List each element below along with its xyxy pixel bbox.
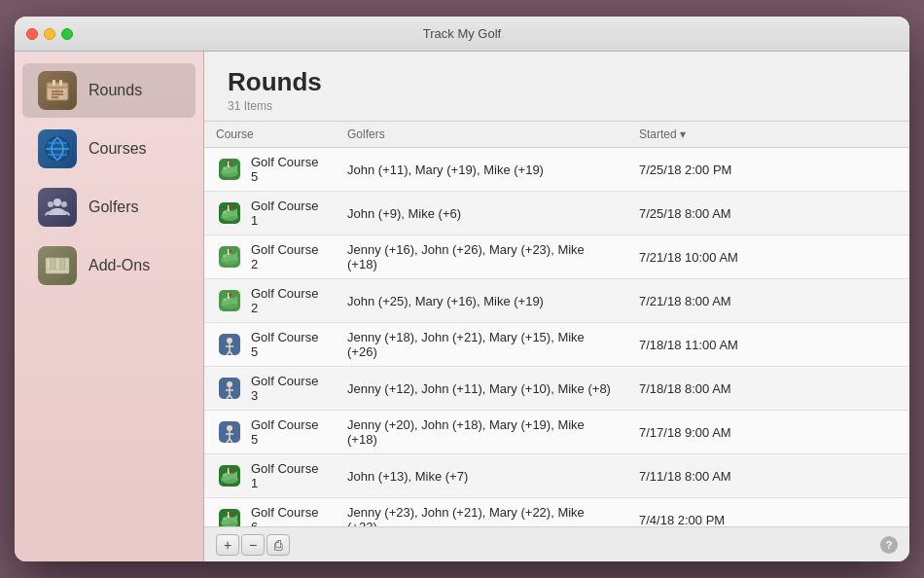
table-row[interactable]: Golf Course 5 John (+11), Mary (+19), Mi… (204, 148, 909, 192)
extra-cell (783, 498, 909, 527)
extra-cell (783, 367, 909, 411)
sidebar-label-courses: Courses (89, 140, 147, 158)
course-thumbnail (216, 375, 243, 402)
course-thumbnail (216, 418, 243, 446)
svg-point-63 (223, 474, 227, 477)
svg-rect-31 (228, 205, 230, 211)
golfers-cell: John (+25), Mary (+16), Mike (+19) (336, 279, 627, 323)
table-row[interactable]: Golf Course 6 Jenny (+23), John (+21), M… (204, 498, 909, 527)
svg-point-40 (223, 299, 227, 302)
close-button[interactable] (26, 28, 38, 40)
table-row[interactable]: Golf Course 2 John (+25), Mary (+16), Mi… (204, 279, 909, 323)
course-name: Golf Course 1 (251, 199, 324, 228)
golfers-cell: John (+11), Mary (+19), Mike (+19) (336, 148, 627, 192)
started-cell: 7/21/18 8:00 AM (627, 279, 783, 323)
col-header-golfers[interactable]: Golfers (336, 122, 627, 148)
add-button[interactable]: + (216, 534, 239, 556)
sidebar-item-courses[interactable]: Courses (22, 122, 195, 176)
started-cell: 7/25/18 2:00 PM (627, 148, 783, 192)
content-header: Rounds 31 Items (204, 52, 909, 122)
share-button[interactable]: ⎙ (267, 534, 290, 556)
svg-point-68 (223, 518, 227, 521)
courses-icon (38, 129, 77, 168)
sidebar-item-addons[interactable]: Add-Ons (22, 238, 195, 293)
help-button[interactable]: ? (880, 536, 898, 554)
sidebar-item-golfers[interactable]: Golfers (22, 180, 195, 235)
started-cell: 7/18/18 11:00 AM (627, 323, 783, 367)
sidebar-label-addons: Add-Ons (89, 257, 150, 274)
started-cell: 7/21/18 10:00 AM (627, 235, 783, 279)
sidebar-label-rounds: Rounds (89, 82, 142, 99)
svg-point-50 (227, 381, 232, 387)
rounds-icon (38, 71, 77, 110)
course-cell: Golf Course 3 (204, 367, 336, 411)
content-area: Rounds 31 Items Course Golfers Started ▾ (204, 52, 909, 561)
col-header-course[interactable]: Course (204, 122, 336, 148)
page-title: Rounds (228, 67, 886, 97)
golfers-cell: Jenny (+18), John (+21), Mary (+15), Mik… (336, 323, 627, 367)
footer-buttons: + − ⎙ (216, 534, 290, 556)
started-cell: 7/18/18 8:00 AM (627, 367, 783, 411)
minimize-button[interactable] (44, 28, 55, 40)
course-thumbnail (216, 287, 243, 314)
svg-point-25 (223, 167, 227, 170)
table-row[interactable]: Golf Course 1 John (+9), Mike (+6) 7/25/… (204, 192, 909, 235)
golfers-cell: Jenny (+12), John (+11), Mary (+10), Mik… (336, 367, 627, 411)
svg-point-44 (227, 338, 232, 343)
svg-rect-26 (228, 162, 230, 167)
sidebar-label-golfers: Golfers (89, 199, 139, 216)
course-thumbnail (216, 462, 243, 489)
sidebar: Rounds Courses (15, 52, 204, 561)
svg-point-35 (223, 255, 227, 258)
golfers-cell: Jenny (+23), John (+21), Mary (+22), Mik… (336, 498, 627, 527)
svg-rect-22 (46, 270, 69, 273)
traffic-lights (26, 28, 73, 40)
table-row[interactable]: Golf Course 5 Jenny (+20), John (+18), M… (204, 411, 909, 454)
table-row[interactable]: Golf Course 1 John (+13), Mike (+7) 7/11… (204, 454, 909, 498)
course-thumbnail (216, 243, 243, 271)
extra-cell (783, 323, 909, 367)
svg-point-30 (223, 211, 227, 214)
course-name: Golf Course 5 (251, 417, 324, 447)
table-footer: + − ⎙ ? (204, 526, 909, 561)
extra-cell (783, 454, 909, 498)
extra-cell (783, 411, 909, 454)
col-header-started[interactable]: Started ▾ (627, 122, 783, 148)
course-name: Golf Course 5 (251, 155, 324, 184)
remove-button[interactable]: − (241, 534, 265, 556)
course-cell: Golf Course 2 (204, 235, 336, 279)
svg-rect-41 (228, 293, 230, 299)
table-row[interactable]: Golf Course 3 Jenny (+12), John (+11), M… (204, 367, 909, 411)
course-cell: Golf Course 5 (204, 411, 336, 454)
item-count: 31 Items (228, 99, 886, 113)
addons-icon (38, 246, 77, 285)
table-row[interactable]: Golf Course 5 Jenny (+18), John (+21), M… (204, 323, 909, 367)
extra-cell (783, 192, 909, 235)
course-name: Golf Course 6 (251, 505, 324, 526)
course-thumbnail (216, 506, 243, 526)
started-cell: 7/11/18 8:00 AM (627, 454, 783, 498)
course-cell: Golf Course 2 (204, 279, 336, 323)
sidebar-item-rounds[interactable]: Rounds (22, 63, 195, 118)
course-name: Golf Course 1 (251, 461, 324, 490)
course-thumbnail (216, 331, 243, 358)
titlebar: Track My Golf (15, 17, 909, 52)
golfers-icon (38, 188, 77, 227)
golfers-cell: John (+13), Mike (+7) (336, 454, 627, 498)
course-thumbnail (216, 156, 243, 183)
main-window: Track My Golf (15, 17, 909, 561)
svg-rect-6 (59, 80, 62, 86)
course-cell: Golf Course 6 (204, 498, 336, 527)
rounds-table-container[interactable]: Course Golfers Started ▾ (204, 122, 909, 526)
svg-rect-69 (228, 512, 230, 518)
table-row[interactable]: Golf Course 2 Jenny (+16), John (+26), M… (204, 235, 909, 279)
course-thumbnail (216, 199, 243, 227)
zoom-button[interactable] (61, 28, 73, 40)
rounds-table: Course Golfers Started ▾ (204, 122, 909, 526)
golfers-cell: John (+9), Mike (+6) (336, 192, 627, 235)
main-content: Rounds Courses (15, 52, 909, 561)
course-cell: Golf Course 5 (204, 148, 336, 192)
extra-cell (783, 235, 909, 279)
course-name: Golf Course 3 (251, 374, 324, 403)
course-name: Golf Course 2 (251, 286, 324, 315)
